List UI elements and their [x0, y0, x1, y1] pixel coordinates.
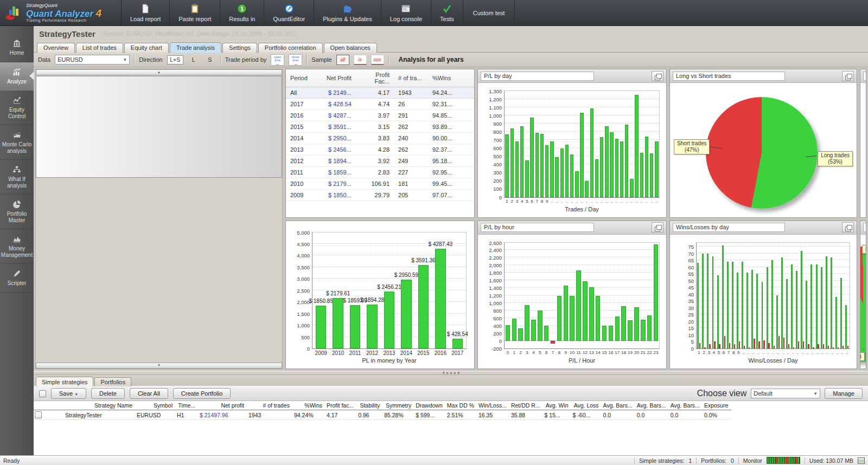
splitter-handle[interactable]	[34, 371, 868, 375]
period-row[interactable]: 2015$ 3591...3.1526293.89...	[286, 121, 474, 133]
period-row[interactable]: All$ 2149...4.17194394.24...	[286, 87, 474, 99]
scroll-up-button[interactable]: ▲	[36, 69, 282, 75]
col-profit-factor[interactable]: Profit Fac...	[356, 69, 394, 87]
strategies-col-header[interactable]: Exposure	[703, 401, 731, 410]
strategies-col-header[interactable]: Profit fac...	[326, 401, 357, 410]
chart-title-input[interactable]: P/L Growth by duration	[863, 72, 866, 81]
tab-portfolio-correlation[interactable]: Portfolio correlation	[258, 43, 323, 53]
direction-l-button[interactable]: L	[188, 56, 200, 63]
strategies-col-header[interactable]: %Wins	[293, 401, 326, 410]
sidebar-item-portfolio-master[interactable]: Portfolio Master	[0, 195, 34, 229]
tab-settings[interactable]: Settings	[222, 43, 257, 53]
strategies-col-header[interactable]: Drawdown	[414, 401, 446, 410]
results-in-button[interactable]: $ Results in	[220, 0, 264, 25]
y-tick-label: -600	[863, 197, 866, 203]
tab-portfolios[interactable]: Portfolios	[94, 377, 131, 386]
strategies-col-header[interactable]: Stability	[357, 401, 383, 410]
strategies-col-header[interactable]: Time...	[176, 401, 199, 410]
bar	[570, 154, 573, 197]
strategies-col-header[interactable]: Strategy Name	[53, 401, 136, 410]
tab-overview[interactable]: Overview	[37, 43, 75, 53]
chart-title-input[interactable]: Long vs Short trades	[673, 72, 785, 81]
strategy-row[interactable]: StrategyTesterEURUSDH1$ 21497.96194394.2…	[34, 410, 731, 420]
tab-simple-strategies[interactable]: Simple strategies	[36, 377, 93, 386]
delete-button[interactable]: Delete	[91, 388, 125, 399]
sidebar-item-monte-carlo[interactable]: Monte Carlo analysis	[0, 125, 34, 160]
bar-loss	[729, 343, 730, 348]
select-all-checkbox[interactable]	[39, 390, 46, 397]
scrollbar-thumb[interactable]	[36, 76, 282, 178]
custom-test-button[interactable]: Custom test	[463, 0, 515, 25]
period-row[interactable]: 2014$ 2950...3.8324090.00...	[286, 133, 474, 144]
memory-icon[interactable]	[858, 457, 865, 464]
strategies-col-header[interactable]: Avg. Loss	[572, 401, 602, 410]
quanteditor-button[interactable]: QuantEditor	[264, 0, 314, 25]
strategies-col-header[interactable]: Avg. Bars...	[669, 401, 703, 410]
tab-trade-analysis[interactable]: Trade analysis	[170, 42, 221, 53]
strategies-col-header[interactable]: Win/Loss...	[477, 401, 510, 410]
col-num-trades[interactable]: # of tra...	[394, 69, 428, 87]
period-row[interactable]: 2017$ 428.544.742692.31...	[286, 99, 474, 110]
manage-button[interactable]: Manage	[825, 388, 863, 399]
sidebar-item-analyze[interactable]: Analyze	[0, 62, 34, 91]
col-net-profit[interactable]: Net Profit	[315, 69, 356, 87]
sample-oos-button[interactable]: oos	[371, 55, 384, 65]
maximize-panel-button[interactable]	[652, 71, 663, 81]
strategies-col-header[interactable]: Max DD %	[446, 401, 477, 410]
strategies-col-header[interactable]: Symmetry	[383, 401, 414, 410]
pie-label: Short trades(47%)	[674, 139, 710, 154]
strategies-col-header[interactable]: # of trades	[247, 401, 293, 410]
scroll-down-button[interactable]: ▼	[36, 363, 282, 369]
strategies-col-header[interactable]: Avg. Bars...	[602, 401, 636, 410]
row-checkbox[interactable]	[35, 411, 42, 418]
log-console-button[interactable]: Log console	[381, 0, 431, 25]
save-button[interactable]: Save ▼	[51, 388, 86, 399]
sidebar-item-scripter[interactable]: Scripter	[0, 264, 34, 293]
chart-title-input[interactable]: P/L by hour	[481, 223, 594, 232]
y-tick-label: 60	[673, 264, 694, 270]
strategies-col-header[interactable]: Avg. Win	[544, 401, 572, 410]
view-select[interactable]: Default ▼	[751, 389, 820, 398]
paste-report-button[interactable]: Paste report	[170, 0, 220, 25]
tab-open-balances[interactable]: Open balances	[324, 43, 377, 53]
maximize-panel-button[interactable]	[652, 222, 663, 232]
data-select[interactable]: EURUSD ▼	[55, 55, 130, 64]
period-row[interactable]: 2011$ 1859...2.8322792.95...	[286, 167, 474, 178]
direction-s-button[interactable]: S	[204, 56, 216, 63]
col-period[interactable]: Period	[286, 69, 315, 87]
close-time-button[interactable]: close time →	[289, 54, 302, 66]
x-tick-label: ..	[650, 199, 653, 204]
plugins-updates-button[interactable]: Plugins & Updates	[314, 0, 381, 25]
maximize-panel-button[interactable]	[842, 71, 854, 81]
period-row[interactable]: 2016$ 4287...3.9729194.85...	[286, 110, 474, 121]
sample-is-button[interactable]: is	[354, 55, 367, 65]
strategies-col-header[interactable]: Avg. Bars...	[636, 401, 669, 410]
period-row[interactable]: 2013$ 2456...4.2826292.37...	[286, 144, 474, 156]
direction-ls-button[interactable]: L+S	[167, 55, 183, 64]
load-report-button[interactable]: Load report	[122, 0, 170, 25]
tests-button[interactable]: Tests	[431, 0, 463, 25]
chart-title-input[interactable]: Wins/Losses by day	[673, 223, 785, 232]
strategies-col-header[interactable]: Net profit	[199, 401, 247, 410]
open-time-button[interactable]: open time ←	[271, 54, 284, 66]
maximize-panel-button[interactable]	[842, 222, 854, 232]
period-row[interactable]: 2009$ 1850...29.7920597.07...	[286, 190, 474, 201]
sidebar-item-money-management[interactable]: Money Management	[0, 229, 34, 264]
strategies-col-header[interactable]: Ret/DD R...	[510, 401, 544, 410]
sidebar-item-home[interactable]: Home	[0, 34, 34, 62]
strategies-col-header[interactable]: Symbol	[136, 401, 176, 410]
col-wins[interactable]: %Wins	[428, 69, 465, 87]
period-row[interactable]: 2012$ 1894...3.9224995.18...	[286, 156, 474, 167]
vertical-scrollbar[interactable]: ▲ ▼	[35, 69, 283, 369]
tab-list-of-trades[interactable]: List of trades	[76, 43, 123, 53]
sidebar-item-what-if[interactable]: What If analysis	[0, 160, 34, 195]
chart-title-input[interactable]: P/L by day	[481, 72, 594, 81]
period-cell-filler	[465, 87, 474, 99]
tab-equity-chart[interactable]: Equity chart	[124, 43, 169, 53]
create-portfolio-button[interactable]: Create Portfolio	[173, 388, 231, 399]
period-row[interactable]: 2010$ 2179...106.9118199.45...	[286, 178, 474, 190]
chart-title-input[interactable]: Profit/Loss	[863, 223, 866, 232]
sample-all-button[interactable]: all	[336, 55, 349, 65]
sidebar-item-equity-control[interactable]: Equity Control	[0, 91, 34, 125]
clear-all-button[interactable]: Clear All	[130, 388, 168, 399]
